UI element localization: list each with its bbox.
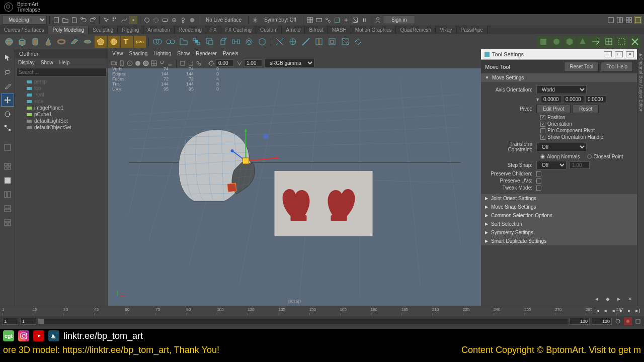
show-handle-checkbox[interactable]: ✓	[540, 135, 545, 140]
tweak-mode-checkbox[interactable]	[536, 186, 541, 191]
outliner-item-pCube1[interactable]: pCube1	[15, 111, 108, 118]
rewind-button[interactable]: |◄	[594, 307, 601, 314]
closest-point-radio[interactable]	[587, 154, 592, 159]
layout-icon-2[interactable]	[616, 16, 624, 24]
bridge-icon[interactable]	[230, 36, 242, 48]
crease-icon[interactable]	[339, 36, 351, 48]
insert-loop-icon[interactable]	[313, 36, 325, 48]
range-settings-icon[interactable]	[614, 317, 622, 325]
paint-select-tool[interactable]	[1, 79, 14, 93]
reset-tool-button[interactable]: Reset Tool	[564, 62, 599, 71]
soft-selection-header[interactable]: ▶Soft Selection	[481, 220, 637, 228]
panel-titlebar[interactable]: Tool Settings ─ □ ✕	[481, 49, 637, 60]
play-button[interactable]: ►	[618, 307, 625, 314]
qr-sym-icon[interactable]	[603, 36, 615, 48]
poly-svg-icon[interactable]: SVG	[134, 36, 146, 48]
quad-draw-icon[interactable]	[352, 36, 364, 48]
extrude-icon[interactable]	[217, 36, 229, 48]
poly-cone-icon[interactable]	[42, 36, 54, 48]
position-checkbox[interactable]: ✓	[540, 115, 545, 120]
shelf-tab-custom[interactable]: Custom	[256, 26, 282, 34]
render-icon[interactable]	[143, 16, 151, 24]
open-icon[interactable]	[61, 16, 69, 24]
poly-disc-icon[interactable]	[82, 36, 94, 48]
collapse-icon[interactable]	[638, 52, 643, 57]
vp-menu-show[interactable]: Show	[177, 51, 190, 56]
joints-icon[interactable]	[324, 16, 332, 24]
shelf-tab-bifrost[interactable]: Bifrost	[305, 26, 328, 34]
coord-z-field[interactable]	[585, 96, 606, 103]
tc-dropdown[interactable]: Off	[536, 143, 587, 151]
right-tab[interactable]: Channel Box / Layer Editor	[637, 49, 644, 306]
keyframe-next-icon[interactable]: ►	[615, 295, 623, 303]
outliner-tree[interactable]: persptopfrontsideimagePlane1pCube1defaul…	[15, 77, 108, 306]
boolean-union-icon[interactable]	[191, 36, 203, 48]
youtube-icon[interactable]	[33, 330, 44, 341]
qr-menu-icon[interactable]	[629, 36, 641, 48]
viewport-canvas[interactable]	[108, 64, 481, 306]
poly-sphere-icon[interactable]	[3, 36, 15, 48]
move-tool[interactable]	[1, 94, 14, 107]
time-ruler[interactable]: 1153045607590105120135150165180195210225…	[0, 306, 644, 316]
instagram-icon[interactable]	[18, 330, 29, 341]
poly-cube-icon[interactable]	[16, 36, 28, 48]
vp-menu-renderer[interactable]: Renderer	[196, 51, 217, 56]
grid-icon[interactable]	[306, 16, 314, 24]
outliner-item-defaultLightSet[interactable]: defaultLightSet	[15, 118, 108, 124]
shelf-tab-passipipe[interactable]: PassiPipe	[457, 26, 488, 34]
outliner-item-front[interactable]: front	[15, 92, 108, 98]
auto-key-icon[interactable]	[624, 317, 632, 325]
new-scene-icon[interactable]	[52, 16, 60, 24]
end-frame-field[interactable]	[592, 318, 612, 325]
shelf-tab-animation[interactable]: Animation	[143, 26, 174, 34]
range-slider[interactable]	[38, 319, 568, 324]
symmetry-label[interactable]: Symmetry: Off	[260, 17, 300, 23]
outliner-item-defaultObjectSet[interactable]: defaultObjectSet	[15, 124, 108, 131]
linktree-link[interactable]: linktr.ee/bp_tom_art	[63, 331, 143, 341]
outliner-menu-show[interactable]: Show	[41, 60, 53, 65]
hypershade-icon[interactable]	[188, 16, 196, 24]
combine-icon[interactable]	[151, 36, 164, 48]
layout-side-tool[interactable]	[1, 202, 14, 215]
along-normals-radio[interactable]	[540, 154, 545, 159]
layout-outliner-tool[interactable]	[1, 188, 14, 201]
shelf-tab-sculpting[interactable]: Sculpting	[89, 26, 118, 34]
pin-pivot-checkbox[interactable]	[540, 128, 545, 133]
range-end-field[interactable]	[570, 318, 590, 325]
ipr-icon[interactable]	[152, 16, 160, 24]
close-icon[interactable]: ✕	[626, 51, 634, 57]
workspace-dropdown[interactable]: Modeling	[2, 15, 47, 25]
lasso-tool[interactable]	[1, 65, 14, 78]
qr-transfer-icon[interactable]	[590, 36, 602, 48]
start-frame-field[interactable]	[2, 318, 18, 325]
poly-cylinder-icon[interactable]	[29, 36, 41, 48]
select-icon[interactable]	[102, 16, 110, 24]
render-seq-icon[interactable]	[161, 16, 169, 24]
coord-x-field[interactable]	[541, 96, 562, 103]
vp-menu-shading[interactable]: Shading	[129, 51, 148, 56]
outliner-search-input[interactable]	[16, 68, 107, 76]
step-back-button[interactable]: ◄	[602, 307, 609, 314]
save-icon[interactable]	[70, 16, 78, 24]
poly-plane-icon[interactable]	[68, 36, 80, 48]
qr-relax-icon[interactable]	[616, 36, 628, 48]
cgtrader-icon[interactable]: cgt	[3, 330, 14, 341]
connect-icon[interactable]	[300, 36, 312, 48]
move-snap-header[interactable]: ▶Move Snap Settings	[481, 203, 637, 211]
keyframe-prev-icon[interactable]: ◄	[593, 295, 601, 303]
vp-menu-view[interactable]: View	[112, 51, 123, 56]
offset-loop-icon[interactable]	[326, 36, 338, 48]
layout-icon-3[interactable]	[625, 16, 633, 24]
maximize-icon[interactable]: □	[615, 51, 623, 57]
live-surface-label[interactable]: No Live Surface	[202, 17, 246, 23]
qr-exact-icon[interactable]	[564, 36, 576, 48]
move-settings-header[interactable]: ▼Move Settings	[481, 73, 637, 82]
shelf-tab-fxcaching[interactable]: FX Caching	[221, 26, 256, 34]
pause-icon[interactable]	[360, 16, 368, 24]
coord-y-field[interactable]	[563, 96, 584, 103]
qr-guide-icon[interactable]	[577, 36, 589, 48]
vp-menu-panels[interactable]: Panels	[223, 51, 238, 56]
toggle-icon[interactable]	[342, 16, 350, 24]
shelf-tab-polymodeling[interactable]: Poly Modeling	[48, 26, 89, 34]
qr-naive-icon[interactable]	[537, 36, 549, 48]
